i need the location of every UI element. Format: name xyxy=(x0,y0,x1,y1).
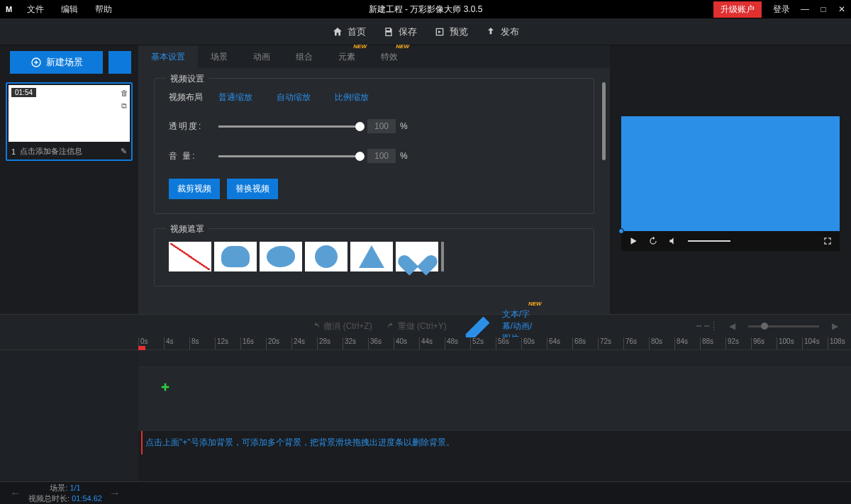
maximize-button[interactable]: □ xyxy=(814,0,833,18)
new-badge: NEW xyxy=(528,301,542,307)
mask-blob[interactable] xyxy=(260,242,302,271)
timeline-toolbar: 撤消 (Ctrl+Z) 重做 (Ctrl+Y) 文本/字幕/动画/图片 NEW … xyxy=(0,315,851,337)
scene-item[interactable]: 01:54 1 点击添加备注信息 ✎ xyxy=(6,82,133,161)
login-button[interactable]: 登录 xyxy=(767,4,796,16)
scene-thumbnail[interactable]: 01:54 xyxy=(9,85,130,142)
volume-slider[interactable] xyxy=(218,155,360,157)
volume-value[interactable]: 100 xyxy=(367,149,396,163)
scene-note[interactable]: 点击添加备注信息 xyxy=(20,146,116,157)
ruler-tick: 28s xyxy=(317,337,343,349)
opacity-unit: % xyxy=(400,121,408,131)
tab-anim[interactable]: 动画 xyxy=(240,45,283,68)
titlebar: M 文件 编辑 帮助 新建工程 - 万彩影像大师 3.0.5 升级账户 登录 —… xyxy=(0,0,851,18)
mask-none[interactable] xyxy=(169,242,211,271)
preview-icon xyxy=(434,26,445,38)
redo-button[interactable]: 重做 (Ctrl+Y) xyxy=(386,320,447,332)
layout-label: 视频布局 xyxy=(169,91,218,103)
mask-heart[interactable] xyxy=(396,242,438,271)
new-scene-button[interactable]: 新建场景 xyxy=(10,51,103,74)
statusbar: ← 场景: 1/1 视频总时长: 01:54.62 → xyxy=(0,481,851,504)
ruler-tick: 4s xyxy=(164,337,189,349)
home-button[interactable]: 首页 xyxy=(332,26,366,38)
timeline: 撤消 (Ctrl+Z) 重做 (Ctrl+Y) 文本/字幕/动画/图片 NEW … xyxy=(0,314,851,481)
timeline-track-empty[interactable] xyxy=(138,454,851,483)
timeline-track-video[interactable] xyxy=(138,367,851,431)
copy-scene-icon[interactable]: ⧉ xyxy=(119,101,129,111)
tl-tool-a[interactable]: ┅ ┅ ┊ xyxy=(696,321,716,331)
new-badge: NEW xyxy=(353,43,367,50)
timeline-ruler[interactable]: 0s4s8s12s16s20s24s28s32s36s40s44s48s52s5… xyxy=(0,337,851,350)
upload-icon xyxy=(485,26,496,38)
prev-scene-arrow[interactable]: ← xyxy=(10,487,21,500)
delete-scene-icon[interactable]: 🗑 xyxy=(119,88,129,98)
main-toolbar: 首页 保存 预览 发布 xyxy=(0,18,851,45)
tab-combo[interactable]: 组合 xyxy=(283,45,326,68)
undo-button[interactable]: 撤消 (Ctrl+Z) xyxy=(312,320,372,332)
sort-icon xyxy=(115,57,125,67)
redo-icon xyxy=(386,322,395,330)
play-icon[interactable] xyxy=(628,236,638,246)
ruler-tick: 88s xyxy=(700,337,725,349)
scene-sort-button[interactable] xyxy=(109,51,131,74)
ruler-tick: 76s xyxy=(623,337,649,349)
ruler-tick: 48s xyxy=(445,337,470,349)
opacity-slider[interactable] xyxy=(218,125,360,128)
menu-file[interactable]: 文件 xyxy=(20,1,51,18)
upgrade-button[interactable]: 升级账户 xyxy=(713,1,762,18)
ruler-tick: 92s xyxy=(725,337,751,349)
video-preview[interactable] xyxy=(621,116,840,231)
opacity-value[interactable]: 100 xyxy=(367,119,396,133)
publish-button[interactable]: 发布 xyxy=(485,26,519,38)
close-button[interactable]: ✕ xyxy=(833,0,851,18)
ruler-tick: 32s xyxy=(343,337,368,349)
layout-auto[interactable]: 自动缩放 xyxy=(277,91,311,103)
layout-ratio[interactable]: 比例缩放 xyxy=(335,91,369,103)
app-logo: M xyxy=(6,5,13,13)
mask-triangle[interactable] xyxy=(350,242,393,271)
svg-rect-2 xyxy=(162,386,169,388)
menu-edit[interactable]: 编辑 xyxy=(54,1,85,18)
tab-scene[interactable]: 场景 xyxy=(198,45,240,68)
slider-thumb[interactable] xyxy=(355,152,365,161)
next-scene-arrow[interactable]: → xyxy=(109,487,121,500)
zoom-slider[interactable] xyxy=(748,325,819,327)
plus-circle-icon xyxy=(30,57,42,68)
ruler-tick: 84s xyxy=(674,337,700,349)
edit-note-icon[interactable]: ✎ xyxy=(121,147,127,156)
slider-thumb[interactable] xyxy=(355,122,365,131)
volume-track[interactable] xyxy=(688,240,730,242)
tab-element[interactable]: 元素NEW xyxy=(326,45,368,68)
timeline-track-header[interactable] xyxy=(138,350,851,367)
preview-button[interactable]: 预览 xyxy=(434,26,468,38)
ruler-tick: 44s xyxy=(419,337,445,349)
ruler-tick: 60s xyxy=(521,337,547,349)
menu-help[interactable]: 帮助 xyxy=(88,1,119,18)
video-settings-group: 视频设置 视频布局 普通缩放 自动缩放 比例缩放 透明度: 100 % xyxy=(154,78,594,214)
ruler-tick: 96s xyxy=(751,337,777,349)
zoom-thumb[interactable] xyxy=(761,323,768,330)
mask-circle[interactable] xyxy=(305,242,347,271)
add-background-button[interactable] xyxy=(160,381,171,393)
preview-playhead[interactable] xyxy=(618,228,624,234)
mask-scroll-indicator[interactable] xyxy=(441,242,444,271)
save-icon xyxy=(383,26,394,38)
volume-icon[interactable] xyxy=(668,236,678,246)
loop-icon[interactable] xyxy=(648,236,658,246)
crop-video-button[interactable]: 裁剪视频 xyxy=(169,179,220,199)
tab-basic[interactable]: 基本设置 xyxy=(138,45,198,68)
mask-cloud[interactable] xyxy=(214,242,257,271)
fullscreen-icon[interactable] xyxy=(823,236,833,246)
save-button[interactable]: 保存 xyxy=(383,26,417,38)
tl-zoom-out[interactable]: ◀ xyxy=(729,321,735,331)
tl-zoom-in[interactable]: ▶ xyxy=(832,321,838,331)
scrollbar[interactable] xyxy=(602,82,606,160)
editor-tabs: 基本设置 场景 动画 组合 元素NEW 特效NEW xyxy=(138,45,610,68)
minimize-button[interactable]: — xyxy=(796,0,814,18)
scene-index: 1 xyxy=(11,147,16,156)
layout-normal[interactable]: 普通缩放 xyxy=(218,91,252,103)
opacity-label: 透明度: xyxy=(169,121,218,133)
settings-body: 视频设置 视频布局 普通缩放 自动缩放 比例缩放 透明度: 100 % xyxy=(138,68,610,336)
replace-video-button[interactable]: 替换视频 xyxy=(227,179,278,199)
ruler-tick: 24s xyxy=(291,337,317,349)
tab-fx[interactable]: 特效NEW xyxy=(368,45,411,68)
